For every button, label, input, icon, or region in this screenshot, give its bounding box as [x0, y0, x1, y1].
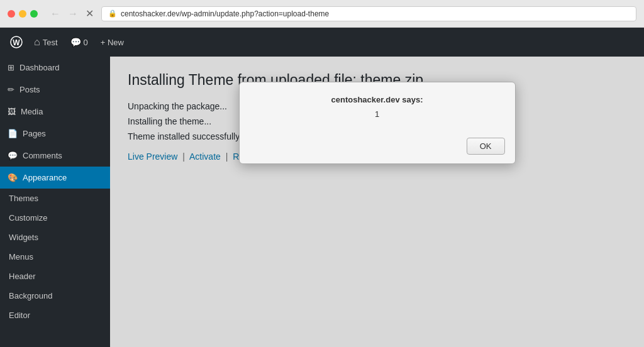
admin-bar-home[interactable]: ⌂ Test [28, 28, 64, 57]
sidebar-item-dashboard[interactable]: ⊞ Dashboard [0, 57, 110, 79]
widgets-label: Widgets [9, 233, 38, 242]
sidebar-item-label: Appearance [23, 173, 67, 182]
admin-bar-comments[interactable]: 💬 0 [64, 28, 94, 57]
background-label: Background [9, 291, 52, 300]
sidebar-item-media[interactable]: 🖼 Media [0, 101, 110, 123]
home-icon: ⌂ [34, 36, 40, 48]
dialog-box: centoshacker.dev says: 1 OK [239, 82, 516, 164]
site-name: Test [43, 38, 58, 47]
comment-icon: 💬 [70, 37, 81, 47]
close-button[interactable] [8, 10, 15, 18]
dialog-body: centoshacker.dev says: 1 [240, 82, 515, 131]
sidebar-sub-item-background[interactable]: Background [0, 286, 110, 306]
address-bar[interactable]: 🔒 centoshacker.dev/wp-admin/update.php?a… [101, 6, 636, 21]
menus-label: Menus [9, 252, 33, 262]
sidebar-sub-item-themes[interactable]: Themes [0, 189, 110, 208]
media-icon: 🖼 [8, 107, 16, 116]
admin-bar-new[interactable]: + New [94, 28, 130, 57]
dialog-overlay: centoshacker.dev says: 1 OK [110, 57, 644, 347]
sidebar-sub-item-customize[interactable]: Customize [0, 208, 110, 228]
sidebar-sub-item-widgets[interactable]: Widgets [0, 228, 110, 247]
header-label: Header [9, 272, 36, 281]
svg-text:W: W [13, 38, 20, 47]
dialog-footer: OK [240, 131, 515, 163]
forward-button[interactable]: → [65, 6, 80, 21]
themes-label: Themes [9, 194, 38, 203]
pages-icon: 📄 [8, 129, 18, 138]
sidebar-item-posts[interactable]: ✏ Posts [0, 79, 110, 101]
sidebar-item-label: Media [21, 107, 43, 116]
sidebar-sub-item-header[interactable]: Header [0, 267, 110, 286]
wp-admin-bar: W ⌂ Test 💬 0 + New [0, 28, 644, 57]
lock-icon: 🔒 [108, 9, 117, 18]
wp-logo[interactable]: W [5, 28, 28, 57]
browser-chrome: ← → ✕ 🔒 centoshacker.dev/wp-admin/update… [0, 0, 644, 28]
sidebar-item-pages[interactable]: 📄 Pages [0, 123, 110, 145]
sidebar-sub-item-editor[interactable]: Editor [0, 306, 110, 325]
sidebar-item-label: Posts [19, 85, 40, 94]
minimize-button[interactable] [19, 10, 26, 18]
nav-arrows: ← → ✕ [48, 6, 96, 21]
browser-window-controls[interactable] [8, 10, 38, 18]
sidebar-item-label: Dashboard [19, 63, 60, 72]
sidebar: ⊞ Dashboard ✏ Posts 🖼 Media 📄 Pages 💬 Co… [0, 57, 110, 347]
sidebar-item-label: Comments [23, 151, 62, 160]
url-text: centoshacker.dev/wp-admin/update.php?act… [121, 9, 329, 18]
sidebar-item-comments[interactable]: 💬 Comments [0, 145, 110, 167]
wp-layout: ⊞ Dashboard ✏ Posts 🖼 Media 📄 Pages 💬 Co… [0, 57, 644, 347]
comments-icon: 💬 [8, 151, 18, 160]
sidebar-item-appearance[interactable]: 🎨 Appearance [0, 167, 110, 189]
dashboard-icon: ⊞ [8, 63, 14, 72]
editor-label: Editor [9, 311, 30, 320]
reload-button[interactable]: ✕ [83, 6, 96, 21]
appearance-icon: 🎨 [8, 173, 18, 182]
customize-label: Customize [9, 213, 47, 223]
dialog-title: centoshacker.dev says: [255, 95, 500, 104]
new-label: + New [101, 38, 124, 47]
comments-count: 0 [84, 38, 88, 47]
sidebar-item-label: Pages [23, 129, 46, 138]
posts-icon: ✏ [8, 85, 14, 94]
back-button[interactable]: ← [48, 6, 63, 21]
sidebar-sub-item-menus[interactable]: Menus [0, 247, 110, 267]
dialog-value: 1 [255, 109, 500, 119]
dialog-site-says: centoshacker.dev says: [331, 95, 423, 104]
maximize-button[interactable] [30, 10, 38, 18]
main-content: Installing Theme from uploaded file: the… [110, 57, 644, 347]
ok-button[interactable]: OK [467, 138, 505, 155]
